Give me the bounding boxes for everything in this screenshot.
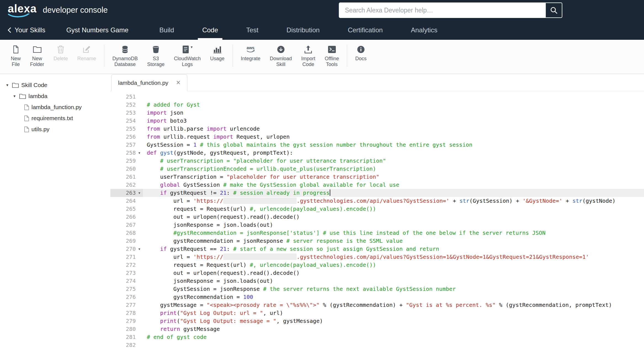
line-number-gutter[interactable]: 254 [110,117,143,125]
code-line[interactable]: 272 request = Request(url) #, urlencode(… [110,261,644,269]
caret-down-icon[interactable]: ▾ [5,83,10,88]
editor-tab-lambda-function[interactable]: lambda_function.py × [111,74,187,91]
code-area[interactable]: 251252# added for Gyst253import json254i… [110,91,644,348]
download-skill-button[interactable]: DownloadSkill [265,44,297,67]
tab-distribution[interactable]: Distribution [286,20,320,40]
dynamodb-database-button[interactable]: DynamoDBDatabase [108,44,142,67]
tree-folder-lambda[interactable]: ▾ lambda [5,91,110,102]
code-line[interactable]: 258▾def gyst(gystNode, gystRequest, prom… [110,149,644,157]
tab-test[interactable]: Test [246,20,258,40]
line-number-gutter[interactable]: 274 [110,277,143,285]
integrate-button[interactable]: aws Integrate [236,44,265,62]
search-input[interactable] [339,3,546,17]
code-line[interactable]: 270▾ if gystRequest == 21: # start of a … [110,245,644,253]
tab-analytics[interactable]: Analytics [411,20,437,40]
new-folder-button[interactable]: NewFolder [25,44,49,67]
line-number-gutter[interactable]: 261 [110,173,143,181]
line-number-gutter[interactable]: 256 [110,133,143,141]
line-number-gutter[interactable]: 259 [110,157,143,165]
line-number-gutter[interactable]: 269 [110,237,143,245]
line-number-gutter[interactable]: 267 [110,221,143,229]
code-line[interactable]: 282 [110,341,644,348]
line-number-gutter[interactable]: 271 [110,253,143,261]
line-number-gutter[interactable]: 257 [110,141,143,149]
caret-down-icon[interactable]: ▾ [12,94,17,99]
code-line[interactable]: 253import json [110,109,644,117]
code-line[interactable]: 262 global GystSession # make the GystSe… [110,181,644,189]
line-number-gutter[interactable]: 279 [110,317,143,325]
s3-storage-button[interactable]: S3Storage [142,44,169,67]
code-line[interactable]: 266 out = urlopen(request).read().decode… [110,213,644,221]
new-file-button[interactable]: NewFile [6,44,25,67]
line-number-gutter[interactable]: 276 [110,293,143,301]
tree-file-lambda-function[interactable]: lambda_function.py [5,102,110,113]
code-line[interactable]: 278 print("Gyst Log Output: url = ", url… [110,309,644,317]
cloudwatch-logs-button[interactable]: ▾ CloudWatchLogs [169,44,205,67]
code-line[interactable]: 280 return gystMessage [110,325,644,333]
fold-arrow-icon[interactable]: ▾ [136,149,143,157]
code-line[interactable]: 275 GystSession = jsonResponse # the ser… [110,285,644,293]
code-line[interactable]: 254import boto3 [110,117,644,125]
line-number-gutter[interactable]: 262 [110,181,143,189]
delete-button[interactable]: Delete [49,44,73,62]
usage-button[interactable]: Usage [206,44,229,62]
code-line[interactable]: 259 # userTranscription = "placeholder f… [110,157,644,165]
line-number-gutter[interactable]: 273 [110,269,143,277]
line-number-gutter[interactable]: 272 [110,261,143,269]
offline-tools-button[interactable]: OfflineTools [320,44,344,67]
code-line[interactable]: 277 gystMessage = "<speak><prosody rate … [110,301,644,309]
code-line[interactable]: 257GystSession = 1 # this global maintai… [110,141,644,149]
line-number-gutter[interactable]: 252 [110,101,143,109]
line-number-gutter[interactable]: 258▾ [110,149,143,157]
rename-button[interactable]: Rename [73,44,101,62]
line-number-gutter[interactable]: 275 [110,285,143,293]
code-line[interactable]: 273 out = urlopen(request).read().decode… [110,269,644,277]
code-line[interactable]: 265 request = Request(url) #, urlencode(… [110,205,644,213]
tree-file-utils[interactable]: utils.py [5,124,110,135]
code-line[interactable]: 261 userTranscription = "placeholder for… [110,173,644,181]
line-number-gutter[interactable]: 264 [110,197,143,205]
line-number-gutter[interactable]: 270▾ [110,245,143,253]
code-line[interactable]: 281# end of gyst code [110,333,644,341]
code-line[interactable]: 264 url = 'https://.gysttechnologies.com… [110,197,644,205]
code-line[interactable]: 252# added for Gyst [110,101,644,109]
code-line[interactable]: 256from urllib.request import Request, u… [110,133,644,141]
tab-certification[interactable]: Certification [348,20,383,40]
line-number-gutter[interactable]: 280 [110,325,143,333]
back-to-skills[interactable]: Your Skills [8,20,45,40]
code-line[interactable]: 251 [110,93,644,101]
fold-arrow-icon[interactable]: ▾ [136,245,143,253]
line-number-gutter[interactable]: 268 [110,229,143,237]
line-number-gutter[interactable]: 281 [110,333,143,341]
alexa-logo[interactable]: alexa developer console [8,3,108,17]
line-number-gutter[interactable]: 255 [110,125,143,133]
line-number-gutter[interactable]: 277 [110,301,143,309]
line-number-gutter[interactable]: 251 [110,93,143,101]
code-line[interactable]: 279 print("Gyst Log Output: message = ",… [110,317,644,325]
code-line[interactable]: 263▾ if gystRequest != 21: # session alr… [110,189,644,197]
code-line[interactable]: 260 # userTranscriptionEncoded = urllib.… [110,165,644,173]
docs-button[interactable]: Docs [350,44,371,62]
tab-code[interactable]: Code [202,20,218,40]
tree-file-requirements[interactable]: requirements.txt [5,113,110,124]
search-button[interactable] [546,3,562,17]
fold-arrow-icon[interactable]: ▾ [136,189,143,197]
line-number-gutter[interactable]: 265 [110,205,143,213]
line-number-gutter[interactable]: 263▾ [110,189,143,197]
line-number-gutter[interactable]: 266 [110,213,143,221]
line-number-gutter[interactable]: 278 [110,309,143,317]
tab-build[interactable]: Build [159,20,174,40]
line-number-gutter[interactable]: 282 [110,341,143,348]
code-line[interactable]: 276 gystRecommendation = 100 [110,293,644,301]
tree-folder-skill-code[interactable]: ▾ Skill Code [5,80,110,91]
code-line[interactable]: 267 jsonResponse = json.loads(out) [110,221,644,229]
import-code-button[interactable]: ImportCode [297,44,320,67]
code-line[interactable]: 271 url = 'https://.gysttechnologies.com… [110,253,644,261]
close-icon[interactable]: × [176,79,180,86]
line-number-gutter[interactable]: 260 [110,165,143,173]
code-line[interactable]: 274 jsonResponse = json.loads(out) [110,277,644,285]
code-line[interactable]: 255from urllib.parse import urlencode [110,125,644,133]
code-line[interactable]: 268 #gystRecommendation = jsonResponse['… [110,229,644,237]
line-number-gutter[interactable]: 253 [110,109,143,117]
code-line[interactable]: 269 gystRecommendation = jsonResponse # … [110,237,644,245]
